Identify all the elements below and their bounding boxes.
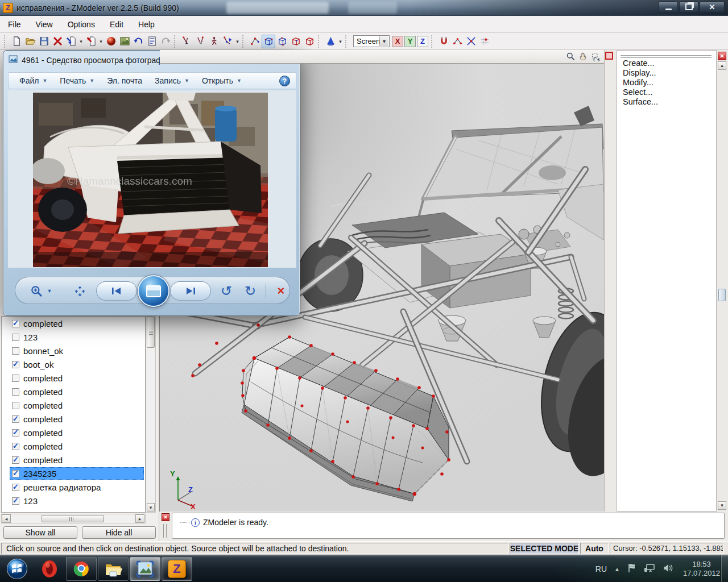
list-item[interactable]: boot_ok [2, 357, 145, 371]
rotate-ccw-icon[interactable]: ↺ [218, 283, 235, 299]
export-button[interactable] [84, 35, 98, 48]
list-item[interactable]: решетка радиатора [2, 480, 145, 494]
scale-vertices-tool[interactable] [193, 35, 207, 48]
zoom-icon[interactable] [28, 284, 45, 298]
scroll-down-arrow[interactable] [718, 501, 726, 510]
material-editor-button[interactable] [104, 35, 118, 48]
checkbox[interactable] [12, 402, 19, 409]
show-desktop-button[interactable] [721, 555, 728, 582]
scrollbar-thumb[interactable] [42, 515, 104, 522]
minimize-button[interactable] [659, 1, 678, 13]
checkbox[interactable] [12, 320, 19, 327]
status-mode-badge[interactable]: SELECTED MODE [510, 543, 579, 554]
restore-button[interactable] [679, 1, 698, 13]
checkbox[interactable] [12, 470, 19, 477]
viewport-orbit-icon[interactable] [590, 51, 601, 63]
checkbox[interactable] [12, 484, 19, 491]
checkbox[interactable] [12, 497, 19, 505]
pv-menu-email[interactable]: Эл. почта [102, 74, 147, 88]
edges-mode-button[interactable] [262, 35, 275, 48]
pv-menu-open[interactable]: Открыть▼ [197, 74, 247, 88]
animation-tool[interactable] [207, 35, 221, 48]
pv-menu-print[interactable]: Печать▼ [55, 74, 100, 88]
redo-button[interactable] [159, 35, 172, 48]
photo-viewer-window[interactable]: 4961 - Средство просмотра фотографий Win… [3, 50, 300, 316]
show-all-button[interactable]: Show all [3, 526, 77, 539]
close-log-icon[interactable] [162, 513, 169, 521]
bones-tool[interactable] [221, 35, 234, 48]
action-center-flag-icon[interactable] [627, 563, 636, 575]
previous-button[interactable] [96, 281, 137, 301]
list-item[interactable]: completed [2, 385, 145, 398]
axis-x-button[interactable]: X [392, 36, 403, 47]
status-auto-badge[interactable]: Auto [580, 543, 609, 554]
panel-splitter[interactable] [604, 50, 617, 512]
delete-icon[interactable]: × [272, 284, 289, 298]
checkbox[interactable] [12, 443, 19, 450]
list-item[interactable]: completed [2, 426, 145, 439]
taskbar-explorer-icon[interactable] [98, 557, 129, 581]
start-button[interactable] [5, 556, 30, 581]
language-indicator[interactable]: RU [595, 564, 607, 573]
cmd-create[interactable]: Create... [623, 59, 658, 68]
vertices-mode-button[interactable] [248, 35, 262, 48]
list-item-selected[interactable]: 2345235 [2, 467, 145, 480]
cone-primitive-button[interactable] [324, 35, 337, 48]
zmodeler-titlebar[interactable]: Z исправления - ZModeler ver 2.2.5 (Buil… [0, 0, 728, 16]
panel-grip[interactable] [621, 55, 712, 58]
rotate-cw-icon[interactable]: ↻ [242, 283, 259, 299]
list-item[interactable]: completed [2, 398, 145, 412]
viewport-maximize-icon[interactable] [605, 52, 613, 60]
texture-browser-button[interactable] [118, 35, 131, 48]
checkbox[interactable] [12, 334, 19, 341]
list-item[interactable]: completed [2, 371, 145, 385]
menu-view[interactable]: View [29, 18, 60, 31]
menu-edit[interactable]: Edit [103, 18, 130, 31]
save-button[interactable] [37, 35, 51, 48]
menu-file[interactable]: File [5, 18, 28, 31]
log-window-button[interactable] [145, 35, 159, 48]
next-button[interactable] [170, 281, 211, 301]
clock[interactable]: 18:53 17.07.2012 [683, 560, 720, 578]
play-slideshow-button[interactable] [138, 275, 169, 307]
volume-icon[interactable] [663, 563, 673, 575]
checkbox[interactable] [12, 375, 19, 382]
axis-y-button[interactable]: Y [404, 36, 416, 47]
tools-dropdown-arrow[interactable]: ▾ [234, 39, 241, 44]
export-dropdown-arrow[interactable]: ▾ [98, 39, 104, 44]
checkbox[interactable] [12, 429, 19, 436]
objects-mode-button[interactable] [303, 35, 316, 48]
list-item[interactable]: completed [2, 317, 145, 330]
objects-list[interactable]: completed 123 bonnet_ok boot_ok complete… [1, 316, 146, 513]
taskbar-zmodeler-icon[interactable]: Z [162, 557, 192, 581]
axis-z-button[interactable]: Z [417, 36, 428, 47]
import-dropdown-arrow[interactable]: ▾ [78, 39, 84, 44]
log-grip[interactable] [163, 524, 167, 538]
menu-help[interactable]: Help [131, 18, 162, 31]
vertical-scrollbar[interactable] [146, 316, 156, 513]
scrollbar-thumb[interactable] [718, 289, 726, 301]
list-item[interactable]: 123 [2, 494, 145, 508]
taskbar-chrome-icon[interactable] [66, 557, 97, 581]
zoom-dropdown-arrow[interactable]: ▼ [46, 288, 53, 294]
magnet-snap-button[interactable] [437, 35, 450, 48]
scroll-up-arrow[interactable] [718, 61, 726, 70]
polygons-mode-button[interactable] [289, 35, 303, 48]
cmd-select[interactable]: Select... [623, 88, 658, 97]
open-file-button[interactable] [23, 35, 37, 48]
checkbox[interactable] [12, 347, 19, 355]
network-icon[interactable] [644, 563, 655, 575]
scroll-left-arrow[interactable]: ◂ [2, 514, 11, 523]
list-item[interactable]: completed [2, 412, 145, 426]
list-item[interactable]: 123 [2, 330, 145, 344]
list-item[interactable]: completed [2, 439, 145, 453]
viewport-pan-icon[interactable] [577, 51, 589, 63]
list-item[interactable]: completed [2, 453, 145, 467]
checkbox[interactable] [12, 415, 19, 423]
close-button[interactable] [700, 1, 725, 13]
checkbox[interactable] [12, 361, 19, 368]
cmd-display[interactable]: Display... [623, 68, 658, 78]
cmd-surface[interactable]: Surface... [623, 97, 658, 107]
new-file-button[interactable] [10, 35, 23, 48]
break-vertices-button[interactable] [464, 35, 478, 48]
